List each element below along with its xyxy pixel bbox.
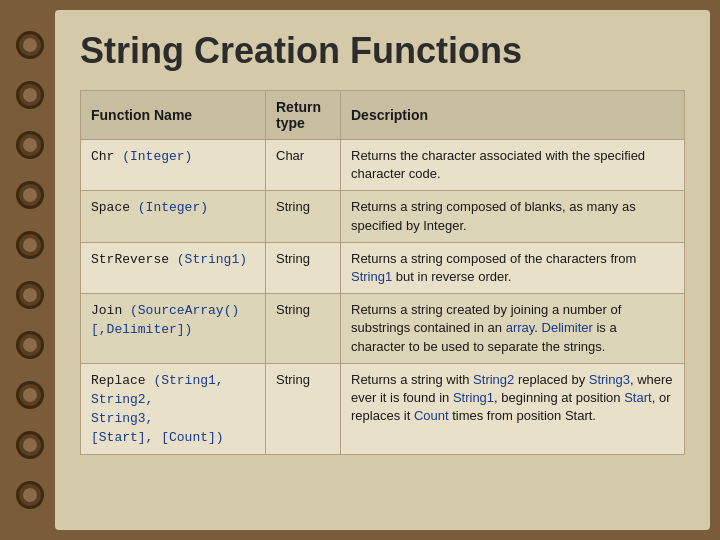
function-name-plain: Space: [91, 200, 130, 215]
spiral-hole: [16, 481, 44, 509]
highlight-text: array: [506, 320, 535, 335]
function-name-plain: Join: [91, 303, 122, 318]
highlight-text: String1: [351, 269, 392, 284]
header-return-type: Return type: [266, 91, 341, 140]
header-description: Description: [341, 91, 685, 140]
description-cell: Returns a string composed of blanks, as …: [341, 191, 685, 242]
function-params: (String1): [169, 252, 247, 267]
return-type-cell: String: [266, 191, 341, 242]
return-type-cell: Char: [266, 140, 341, 191]
function-params: (Integer): [114, 149, 192, 164]
functions-table: Function Name Return type Description Ch…: [80, 90, 685, 455]
main-content: String Creation Functions Function Name …: [55, 10, 710, 530]
return-type-cell: String: [266, 294, 341, 364]
table-row: StrReverse (String1) String Returns a st…: [81, 242, 685, 293]
spiral-hole: [16, 81, 44, 109]
function-name-cell: StrReverse (String1): [81, 242, 266, 293]
table-row: Replace (String1, String2,String3,[Start…: [81, 363, 685, 455]
return-type-cell: String: [266, 242, 341, 293]
return-type-cell: String: [266, 363, 341, 455]
spiral-hole: [16, 331, 44, 359]
table-row: Chr (Integer) Char Returns the character…: [81, 140, 685, 191]
spiral-hole: [16, 381, 44, 409]
spiral-hole: [16, 431, 44, 459]
function-name-plain: Chr: [91, 149, 114, 164]
description-cell: Returns a string with String2 replaced b…: [341, 363, 685, 455]
spiral-hole: [16, 31, 44, 59]
spiral-hole: [16, 181, 44, 209]
header-function-name: Function Name: [81, 91, 266, 140]
table-row: Join (SourceArray()[,Delimiter]) String …: [81, 294, 685, 364]
highlight-text: String3: [589, 372, 630, 387]
function-name-cell: Space (Integer): [81, 191, 266, 242]
highlight-text: String1: [453, 390, 494, 405]
function-name-plain: StrReverse: [91, 252, 169, 267]
page-title: String Creation Functions: [80, 30, 685, 72]
function-name-plain: Replace: [91, 373, 146, 388]
function-name-cell: Chr (Integer): [81, 140, 266, 191]
table-row: Space (Integer) String Returns a string …: [81, 191, 685, 242]
table-header-row: Function Name Return type Description: [81, 91, 685, 140]
function-name-cell: Join (SourceArray()[,Delimiter]): [81, 294, 266, 364]
description-cell: Returns a string composed of the charact…: [341, 242, 685, 293]
spiral-hole: [16, 131, 44, 159]
spiral-hole: [16, 281, 44, 309]
highlight-text: String2: [473, 372, 514, 387]
highlight-text: Delimiter: [542, 320, 593, 335]
function-name-cell: Replace (String1, String2,String3,[Start…: [81, 363, 266, 455]
spiral-binding: [0, 0, 60, 540]
function-params: (Integer): [130, 200, 208, 215]
description-cell: Returns a string created by joining a nu…: [341, 294, 685, 364]
highlight-text: Start: [624, 390, 651, 405]
highlight-text: Count: [414, 408, 449, 423]
spiral-hole: [16, 231, 44, 259]
description-cell: Returns the character associated with th…: [341, 140, 685, 191]
